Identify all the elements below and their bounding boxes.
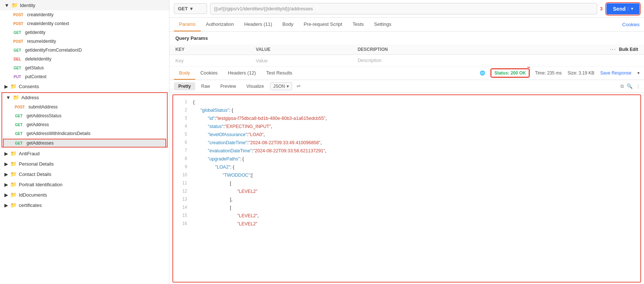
sidebar-group-contact-details[interactable]: ▶ 📁 Contact Details	[0, 169, 169, 179]
col-desc-text: DESCRIPTION	[358, 47, 388, 52]
chevron-right-icon: ▶	[4, 172, 8, 177]
annotation-4: 4	[527, 67, 530, 70]
json-format-selector[interactable]: JSON ▾	[270, 82, 292, 90]
url-input[interactable]	[210, 3, 597, 14]
sidebar-item-getAddressWithIndicatorsDetails[interactable]: GET getAddressWithIndicatorsDetails	[1, 129, 168, 138]
sidebar-item-createIdentityContext[interactable]: POST createIdentity context	[0, 19, 169, 28]
desc-placeholder[interactable]: Description	[352, 55, 644, 66]
sidebar-group-certificates-label: certificates	[19, 202, 42, 208]
format-tab-pretty[interactable]: Pretty	[174, 82, 195, 90]
sidebar: ▼ 📁 Identity POST createIdentity POST cr…	[0, 0, 169, 284]
filter-icon[interactable]: ⇌	[297, 83, 301, 89]
globe-icon: 🌐	[480, 70, 485, 76]
sidebar-group-antifraud[interactable]: ▶ 📁 AntiFraud	[0, 148, 169, 159]
value-placeholder[interactable]: Value	[250, 55, 351, 66]
sidebar-item-getAddressStatus[interactable]: GET getAddressStatus	[1, 111, 168, 120]
chevron-right-icon: ▶	[4, 192, 8, 198]
sidebar-group-portrait-identification[interactable]: ▶ 📁 Portrait Identification	[0, 179, 169, 190]
format-tab-raw[interactable]: Raw	[197, 82, 214, 90]
response-area: Body Cookies Headers (12) Test Results 🌐…	[169, 67, 644, 284]
tab-settings[interactable]: Settings	[369, 18, 396, 31]
sidebar-group-certificates[interactable]: ▶ 📁 certificates	[0, 200, 169, 210]
sidebar-group-address[interactable]: ▼ 📁 Address	[1, 92, 168, 103]
save-response-dropdown[interactable]: ▾	[637, 70, 640, 76]
json-line-6: 6 "creationDateTime": "2024-08-22T09:33:…	[173, 139, 640, 147]
sidebar-group-consents[interactable]: ▶ 📁 Consents	[0, 81, 169, 91]
method-badge-get: GET	[12, 66, 23, 70]
method-badge-get: GET	[13, 141, 24, 146]
sidebar-item-getStatus[interactable]: GET getStatus	[0, 63, 169, 72]
tab-body[interactable]: Body	[277, 18, 299, 31]
tab-headers[interactable]: Headers (11)	[239, 18, 277, 31]
response-tab-cookies[interactable]: Cookies	[195, 67, 223, 80]
tab-authorization[interactable]: Authorization	[201, 18, 239, 31]
response-tab-headers[interactable]: Headers (12)	[223, 67, 261, 80]
folder-icon: 📁	[10, 83, 17, 89]
endpoint-name: resumeIdentity	[27, 39, 56, 44]
copy-icon[interactable]: ⧉	[620, 83, 624, 89]
sidebar-group-identity-label: Identity	[20, 3, 35, 8]
folder-icon: 📁	[10, 181, 17, 187]
method-badge-del: DEL	[12, 57, 23, 62]
json-line-11: 11 [	[173, 179, 640, 187]
endpoint-name: getAddresses	[27, 141, 53, 146]
endpoint-name: getAddressStatus	[27, 113, 62, 118]
send-button[interactable]: Send ▾	[606, 3, 640, 14]
folder-icon: 📁	[11, 2, 18, 8]
more-options-button[interactable]: ···	[610, 47, 616, 52]
cookies-link[interactable]: Cookies	[622, 22, 640, 27]
main-panel: GET ▾ 3 Send ▾ Params Authorization Head…	[169, 0, 644, 284]
chevron-down-icon: ▼	[4, 3, 9, 8]
method-badge-put: PUT	[12, 75, 23, 79]
annotation-3-label: 3	[600, 6, 603, 11]
sidebar-item-putContext[interactable]: PUT putContext	[0, 72, 169, 81]
sidebar-group-id-documents[interactable]: ▶ 📁 IdDocuments	[0, 190, 169, 200]
folder-icon: 📁	[10, 161, 17, 167]
response-meta: 🌐 4 Status: 200 OK Time: 235 ms Size: 3.…	[480, 70, 640, 76]
chevron-right-icon: ▶	[4, 151, 8, 156]
sidebar-group-personal-details[interactable]: ▶ 📁 Personal Details	[0, 159, 169, 169]
sidebar-item-getAddresses[interactable]: GET getAddresses	[3, 139, 166, 148]
sidebar-item-resumeIdentity[interactable]: POST resumeIdentity	[0, 37, 169, 46]
response-tab-test-results[interactable]: Test Results	[261, 67, 297, 80]
chevron-right-icon: ▶	[4, 182, 8, 187]
chevron-right-icon: ▶	[4, 84, 8, 89]
tab-prerequest[interactable]: Pre-request Script	[298, 18, 347, 31]
params-table: KEY VALUE DESCRIPTION ··· Bulk Edit Key …	[169, 45, 644, 67]
json-line-14: 14 [	[173, 204, 640, 212]
endpoint-name: createIdentity	[27, 12, 53, 17]
response-tab-body[interactable]: Body	[174, 67, 195, 80]
tab-tests[interactable]: Tests	[347, 18, 369, 31]
format-tabs-row: Pretty Raw Preview Visualize JSON ▾ ⇌ ⧉ …	[169, 80, 644, 93]
dropdown-icon: ▾	[190, 6, 193, 11]
sidebar-item-createIdentity[interactable]: POST createIdentity	[0, 10, 169, 19]
sidebar-group-consents-label: Consents	[19, 84, 39, 89]
query-params-section: Query Params KEY VALUE DESCRIPTION ··· B…	[169, 32, 644, 67]
wrap-icon[interactable]: ⌶	[637, 84, 640, 89]
json-response-body[interactable]: 1 { 2 "globalStatus": { 3 "id": "testgip…	[172, 94, 641, 283]
sidebar-group-identity[interactable]: ▼ 📁 Identity	[0, 0, 169, 10]
sidebar-group-personal-details-label: Personal Details	[19, 161, 54, 167]
params-empty-row: Key Value Description	[169, 55, 644, 66]
save-response-button[interactable]: Save Response	[600, 70, 631, 76]
json-line-8: 8 "upgradePaths": {	[173, 155, 640, 163]
chevron-right-icon: ▶	[4, 161, 8, 167]
sidebar-item-getIdentityFromCorrelationID[interactable]: GET getIdentityFromCorrelationID	[0, 46, 169, 55]
search-icon[interactable]: 🔍	[627, 83, 633, 89]
chevron-down-icon: ▼	[6, 95, 11, 100]
format-tab-preview[interactable]: Preview	[216, 82, 241, 90]
sidebar-item-getIdentity[interactable]: GET getIdentity	[0, 28, 169, 37]
tab-params[interactable]: Params	[174, 18, 201, 31]
sidebar-item-deleteIdentity[interactable]: DEL deleteIdentity	[0, 55, 169, 63]
method-badge-post: POST	[13, 105, 26, 110]
method-badge-post: POST	[12, 13, 25, 17]
format-tab-visualize[interactable]: Visualize	[242, 82, 269, 90]
key-placeholder[interactable]: Key	[169, 55, 250, 66]
json-line-4: 4 "status": "EXPECTING_INPUT",	[173, 122, 640, 131]
bulk-edit-button[interactable]: Bulk Edit	[619, 47, 638, 52]
url-bar: GET ▾ 3 Send ▾	[169, 0, 644, 18]
sidebar-item-getAddress[interactable]: GET getAddress	[1, 120, 168, 129]
method-selector[interactable]: GET ▾	[174, 3, 207, 14]
sidebar-item-submitAddress[interactable]: POST submitAddress	[1, 103, 168, 111]
send-dropdown-arrow[interactable]: ▾	[628, 7, 633, 11]
